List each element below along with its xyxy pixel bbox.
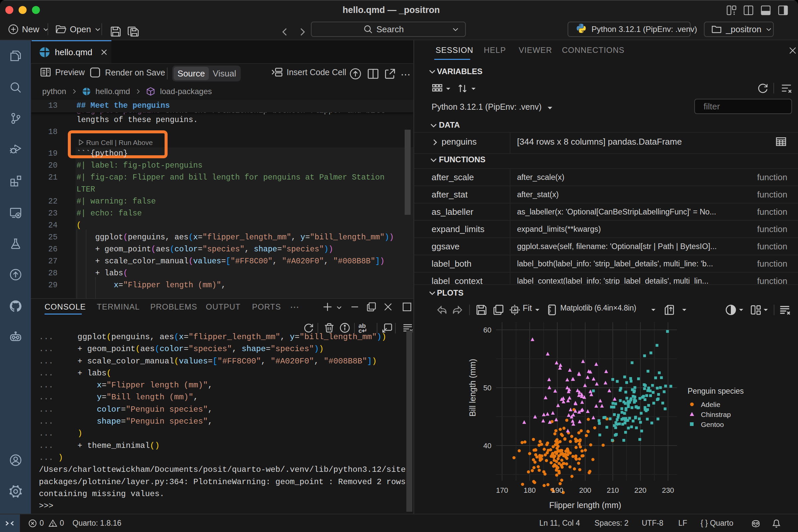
svg-text:Chinstrap: Chinstrap xyxy=(701,411,731,418)
svg-text:50: 50 xyxy=(483,384,491,392)
svg-text:40: 40 xyxy=(483,441,491,450)
svg-text:220: 220 xyxy=(634,486,647,494)
svg-text:180: 180 xyxy=(524,486,536,494)
svg-text:170: 170 xyxy=(496,486,508,494)
svg-text:Flipper length (mm): Flipper length (mm) xyxy=(549,500,622,510)
svg-text:Adelie: Adelie xyxy=(701,401,720,408)
svg-text:Penguin species: Penguin species xyxy=(688,387,744,395)
svg-text:Bill length (mm): Bill length (mm) xyxy=(468,359,477,417)
svg-text:210: 210 xyxy=(607,486,619,494)
svg-text:200: 200 xyxy=(579,486,591,494)
svg-text:Gentoo: Gentoo xyxy=(701,421,724,428)
svg-text:230: 230 xyxy=(662,486,674,494)
svg-text:190: 190 xyxy=(551,486,564,494)
svg-text:60: 60 xyxy=(483,326,491,334)
